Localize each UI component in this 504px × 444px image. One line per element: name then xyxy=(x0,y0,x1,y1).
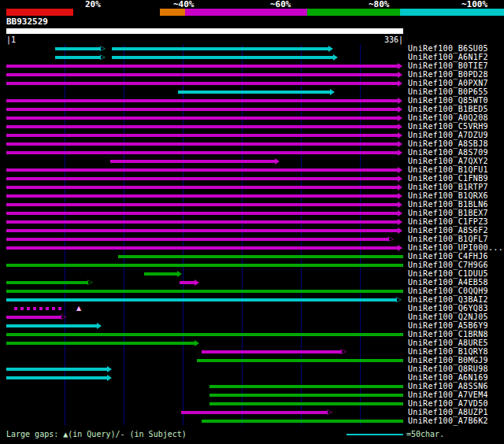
hit-label[interactable]: UniRef100_B1QFU1 xyxy=(408,165,488,174)
alignment-segment[interactable] xyxy=(6,203,398,206)
hit-label[interactable]: UniRef100_C5VRH9 xyxy=(408,122,488,131)
query-title: BB932529 xyxy=(6,17,48,27)
alignment-segment[interactable] xyxy=(6,108,398,111)
hit-label[interactable]: UniRef100_A4EB58 xyxy=(408,278,488,287)
alignment-segment[interactable] xyxy=(197,359,403,362)
alignment-segment[interactable] xyxy=(6,168,398,172)
hit-label[interactable]: UniRef100_A8UZP1 xyxy=(408,408,488,416)
alignment-row: UniRef100_B0P655 xyxy=(0,87,504,96)
alignment-row: UniRef100_A7VEM4 xyxy=(0,390,504,399)
hit-label[interactable]: UniRef100_Q3BAI2 xyxy=(408,295,488,304)
alignment-segment[interactable] xyxy=(55,56,101,59)
hit-label[interactable]: UniRef100_A8S709 xyxy=(408,148,488,157)
alignment-segment[interactable] xyxy=(6,368,108,371)
hit-label[interactable]: UniRef100_A8SBJ8 xyxy=(408,139,488,148)
alignment-segment[interactable] xyxy=(118,255,403,258)
hit-label[interactable]: UniRef100_B1RTP7 xyxy=(408,183,488,191)
alignment-row: ▷UniRef100_A6N1F2 xyxy=(0,53,504,61)
hit-label[interactable]: UniRef100_B0P655 xyxy=(408,87,488,96)
alignment-segment[interactable] xyxy=(6,65,398,68)
alignment-segment[interactable] xyxy=(181,411,328,414)
hit-label[interactable]: UniRef100_C1DUU5 xyxy=(408,269,488,278)
alignment-segment[interactable] xyxy=(6,281,88,284)
alignment-segment[interactable] xyxy=(112,56,334,59)
alignment-segment[interactable] xyxy=(6,238,389,241)
hit-label[interactable]: UniRef100_B0MGJ9 xyxy=(408,356,488,364)
alignment-segment[interactable] xyxy=(6,73,398,76)
alignment-segment[interactable] xyxy=(6,134,398,137)
hit-label[interactable]: UniRef100_A7B6K2 xyxy=(408,416,488,425)
alignment-segment[interactable] xyxy=(14,307,61,310)
alignment-segment[interactable] xyxy=(6,342,195,345)
hit-label[interactable]: UniRef100_C1BRN8 xyxy=(408,330,488,339)
alignment-segment[interactable] xyxy=(6,298,397,302)
hit-label[interactable]: UniRef100_C1FNB9 xyxy=(408,174,488,183)
hit-label[interactable]: UniRef100_A7VEM4 xyxy=(408,390,488,399)
hit-label[interactable]: UniRef100_B1BED5 xyxy=(408,105,488,113)
alignment-segment[interactable] xyxy=(55,47,101,50)
hit-label[interactable]: UniRef100_B1QFL7 xyxy=(408,235,488,243)
alignment-segment[interactable] xyxy=(6,194,398,198)
arrowhead-icon xyxy=(398,63,402,69)
hit-label[interactable]: UniRef100_A8S6F2 xyxy=(408,226,488,235)
hit-label[interactable]: UniRef100_A8URE5 xyxy=(408,339,488,347)
hit-label[interactable]: UniRef100_Q85WT0 xyxy=(408,96,488,105)
alignment-segment[interactable] xyxy=(112,47,329,50)
hit-label[interactable]: UniRef100_A8SSN6 xyxy=(408,382,488,390)
hit-label[interactable]: UniRef100_C7H9G6 xyxy=(408,261,488,269)
alignment-segment[interactable] xyxy=(209,394,403,397)
hit-label[interactable]: UniRef100_Q6YQ83 xyxy=(408,304,488,313)
alignment-segment[interactable] xyxy=(144,272,178,276)
hit-label[interactable]: UniRef100_B1BEX7 xyxy=(408,209,488,217)
hit-label[interactable]: UniRef100_Q2NJ05 xyxy=(408,313,488,321)
alignment-segment[interactable] xyxy=(6,186,398,189)
alignment-segment[interactable] xyxy=(6,376,108,379)
alignment-segment[interactable] xyxy=(6,82,398,85)
alignment-segment[interactable] xyxy=(6,212,398,215)
scale-segment-orange xyxy=(160,9,185,16)
hit-label[interactable]: UniRef100_A7QXY2 xyxy=(408,157,488,165)
hit-label[interactable]: UniRef100_A7DZU9 xyxy=(408,131,488,139)
hit-label[interactable]: UniRef100_A0PXN7 xyxy=(408,79,488,87)
alignment-segment[interactable] xyxy=(6,151,398,154)
hit-label[interactable]: UniRef100_B1BLN6 xyxy=(408,200,488,209)
alignment-segment[interactable] xyxy=(6,99,398,102)
hit-label[interactable]: UniRef100_C1FPZ3 xyxy=(408,217,488,226)
hit-label[interactable]: UniRef100_B0PD28 xyxy=(408,70,488,79)
alignment-segment[interactable] xyxy=(6,125,398,128)
hit-label[interactable]: UniRef100_C0QQH9 xyxy=(408,287,488,295)
alignment-segment[interactable] xyxy=(180,281,195,284)
alignment-segment[interactable] xyxy=(6,246,398,250)
hit-label[interactable]: UniRef100_B1QRY8 xyxy=(408,347,488,356)
alignment-segment[interactable] xyxy=(209,402,403,405)
hit-label[interactable]: UniRef100_UPI000... xyxy=(408,243,503,252)
alignment-segment[interactable] xyxy=(6,324,98,327)
hit-label[interactable]: UniRef100_A5B6Y9 xyxy=(408,321,488,330)
alignment-row: ▷UniRef100_A4EB58 xyxy=(0,278,504,287)
alignment-segment[interactable] xyxy=(6,220,398,224)
alignment-segment[interactable] xyxy=(6,316,61,319)
hit-label[interactable]: UniRef100_A6N1F2 xyxy=(408,53,488,61)
alignment-segment[interactable] xyxy=(6,117,398,120)
alignment-row: UniRef100_C7H9G6 xyxy=(0,261,504,269)
alignment-segment[interactable] xyxy=(6,333,403,336)
alignment-segment[interactable] xyxy=(202,420,403,423)
alignment-segment[interactable] xyxy=(178,91,331,94)
alignment-row: UniRef100_B0TIE7 xyxy=(0,61,504,70)
hit-label[interactable]: UniRef100_B0TIE7 xyxy=(408,61,488,70)
alignment-segment[interactable] xyxy=(6,264,403,267)
alignment-segment[interactable] xyxy=(6,229,398,232)
alignment-segment[interactable] xyxy=(6,142,398,146)
hit-label[interactable]: UniRef100_C4FHJ6 xyxy=(408,252,488,261)
hit-label[interactable]: UniRef100_B6SU05 xyxy=(408,44,488,53)
alignment-segment[interactable] xyxy=(209,385,403,388)
hit-label[interactable]: UniRef100_A0Q208 xyxy=(408,113,488,122)
alignment-segment[interactable] xyxy=(110,160,276,163)
alignment-segment[interactable] xyxy=(6,177,398,180)
hit-label[interactable]: UniRef100_A6N169 xyxy=(408,373,488,382)
hit-label[interactable]: UniRef100_A7VD50 xyxy=(408,399,488,408)
hit-label[interactable]: UniRef100_Q8RU98 xyxy=(408,364,488,373)
alignment-segment[interactable] xyxy=(6,290,403,293)
alignment-segment[interactable] xyxy=(202,350,342,353)
hit-label[interactable]: UniRef100_B1QRX6 xyxy=(408,191,488,200)
